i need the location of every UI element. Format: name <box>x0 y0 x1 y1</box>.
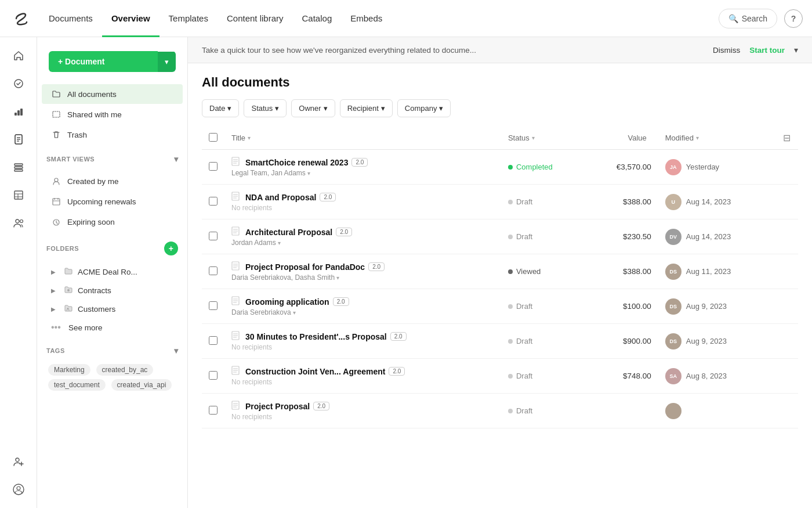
doc-title-cell: NDA and Proposal 2.0 No recipients <box>224 185 501 219</box>
status-text: Draft <box>516 406 532 415</box>
search-button[interactable]: 🔍 Search <box>719 9 777 28</box>
folder-customers[interactable]: ▶ Customers <box>42 300 183 318</box>
doc-title-text[interactable]: SmartChoice renewal 2023 <box>245 158 348 167</box>
row-checkbox[interactable] <box>209 371 217 380</box>
row-checkbox-cell <box>202 219 224 254</box>
logo[interactable] <box>9 7 32 30</box>
status-header[interactable]: Status ▾ <box>501 127 587 150</box>
doc-title-cell: Construction Joint Ven... Agreement 2.0 … <box>224 359 501 394</box>
doc-modified-cell: SA Aug 8, 2023 <box>658 359 775 394</box>
check-icon-btn[interactable] <box>7 72 30 95</box>
tab-embeds[interactable]: Embeds <box>341 1 392 37</box>
doc-value-cell: $388.00 <box>587 185 658 219</box>
filter-owner[interactable]: Owner ▾ <box>291 99 335 117</box>
filter-company[interactable]: Company ▾ <box>397 99 451 117</box>
tag-marketing[interactable]: Marketing <box>48 364 90 376</box>
doc-title-text[interactable]: Architectural Proposal <box>245 228 332 237</box>
sub-chevron-icon: ▾ <box>336 275 339 281</box>
smart-views-header: Smart Views ▾ <box>37 150 187 166</box>
row-checkbox[interactable] <box>209 232 217 240</box>
account-icon-btn[interactable] <box>7 478 30 501</box>
row-checkbox[interactable] <box>209 336 217 345</box>
row-checkbox[interactable] <box>209 266 217 275</box>
table-settings-icon[interactable]: ⊟ <box>783 133 791 143</box>
row-checkbox-cell <box>202 324 224 359</box>
people-icon-btn[interactable] <box>7 211 30 235</box>
folder-acme[interactable]: ▶ ACME Deal Ro... <box>42 263 183 281</box>
table-settings-header[interactable]: ⊟ <box>775 127 798 150</box>
tab-catalog[interactable]: Catalog <box>293 1 342 37</box>
dismiss-button[interactable]: Dismiss <box>713 46 740 55</box>
new-document-button-group: + Document ▾ <box>49 51 176 72</box>
tab-content-library[interactable]: Content library <box>217 1 293 37</box>
doc-file-icon <box>231 366 240 377</box>
sidebar-item-shared-label: Shared with me <box>67 110 122 119</box>
filter-company-chevron: ▾ <box>439 104 443 113</box>
filter-date[interactable]: Date ▾ <box>202 99 239 117</box>
doc-version-badge: 2.0 <box>389 367 405 376</box>
filter-status[interactable]: Status ▾ <box>244 99 287 117</box>
doc-title-text[interactable]: Construction Joint Ven... Agreement <box>245 367 385 376</box>
doc-extra-cell <box>775 254 798 289</box>
table-icon-btn[interactable] <box>7 183 30 207</box>
folder-contracts[interactable]: ▶ Contracts <box>42 282 183 300</box>
new-document-dropdown-button[interactable]: ▾ <box>158 52 176 72</box>
tab-overview[interactable]: Overview <box>102 1 160 37</box>
modified-header[interactable]: Modified ▾ <box>658 127 775 150</box>
folder-icon-contracts <box>64 285 73 296</box>
tag-created-via-api[interactable]: created_via_api <box>111 379 172 391</box>
folder-icon-customers <box>64 304 73 315</box>
sidebar-item-upcoming-renewals[interactable]: Upcoming renewals <box>42 192 183 211</box>
folder-acme-label: ACME Deal Ro... <box>78 268 137 276</box>
doc-avatar: U <box>665 194 682 210</box>
expiring-soon-label: Expiring soon <box>67 218 115 226</box>
doc-value-cell: $900.00 <box>587 324 658 359</box>
add-user-icon-btn[interactable] <box>7 450 30 473</box>
row-checkbox[interactable] <box>209 406 217 415</box>
doc-title-text[interactable]: 30 Minutes to President'...s Proposal <box>245 332 387 341</box>
doc-title-text[interactable]: NDA and Proposal <box>245 193 316 202</box>
status-text: Viewed <box>516 267 541 276</box>
add-folder-button[interactable]: + <box>164 242 178 255</box>
doc-sub: No recipients <box>231 204 494 212</box>
select-all-checkbox[interactable] <box>209 133 217 142</box>
sidebar-item-all-documents[interactable]: All documents <box>42 84 183 104</box>
row-checkbox[interactable] <box>209 197 217 206</box>
status-dot <box>508 269 513 274</box>
filter-status-chevron: ▾ <box>275 104 279 113</box>
row-checkbox[interactable] <box>209 162 217 171</box>
sidebar-item-trash[interactable]: Trash <box>42 125 183 145</box>
status-text: Draft <box>516 232 532 241</box>
home-icon-btn[interactable] <box>7 44 30 67</box>
start-tour-button[interactable]: Start tour <box>749 46 785 55</box>
sidebar-item-created-by-me[interactable]: Created by me <box>42 171 183 191</box>
doc-title-text[interactable]: Project Proposal <box>245 402 310 411</box>
tab-templates[interactable]: Templates <box>160 1 217 37</box>
tour-chevron-icon[interactable]: ▾ <box>794 45 798 55</box>
sidebar-item-expiring-soon[interactable]: Expiring soon <box>42 212 183 232</box>
stack-icon-btn[interactable] <box>7 156 30 179</box>
calendar-icon <box>51 196 61 207</box>
tag-created-by-ac[interactable]: created_by_ac <box>96 364 154 376</box>
title-header[interactable]: Title ▾ <box>224 127 501 150</box>
tab-documents[interactable]: Documents <box>39 1 102 37</box>
help-button[interactable]: ? <box>784 9 803 28</box>
filter-recipient[interactable]: Recipient ▾ <box>340 99 393 117</box>
doc-version-badge: 2.0 <box>368 262 385 271</box>
new-document-main-button[interactable]: + Document <box>49 51 158 72</box>
sidebar-item-shared[interactable]: Shared with me <box>42 105 183 124</box>
doc-title-text[interactable]: Project Proposal for PandaDoc <box>245 262 365 272</box>
doc-version-badge: 2.0 <box>390 332 407 341</box>
doc-modified-text: Yesterday <box>686 163 719 171</box>
chart-icon-btn[interactable] <box>7 100 30 123</box>
doc-title-cell: SmartChoice renewal 2023 2.0 Legal Team,… <box>224 150 501 185</box>
table-row: NDA and Proposal 2.0 No recipients Draft… <box>202 185 798 219</box>
doc-title-text[interactable]: Grooming application <box>245 297 329 307</box>
tags-toggle[interactable]: ▾ <box>174 346 179 355</box>
doc-status-cell: Draft <box>501 289 587 324</box>
row-checkbox[interactable] <box>209 301 217 310</box>
tag-test-document[interactable]: test_document <box>48 379 106 391</box>
document-icon-btn[interactable] <box>7 128 30 151</box>
smart-views-toggle[interactable]: ▾ <box>174 154 179 164</box>
see-more-button[interactable]: ••• See more <box>42 319 183 336</box>
